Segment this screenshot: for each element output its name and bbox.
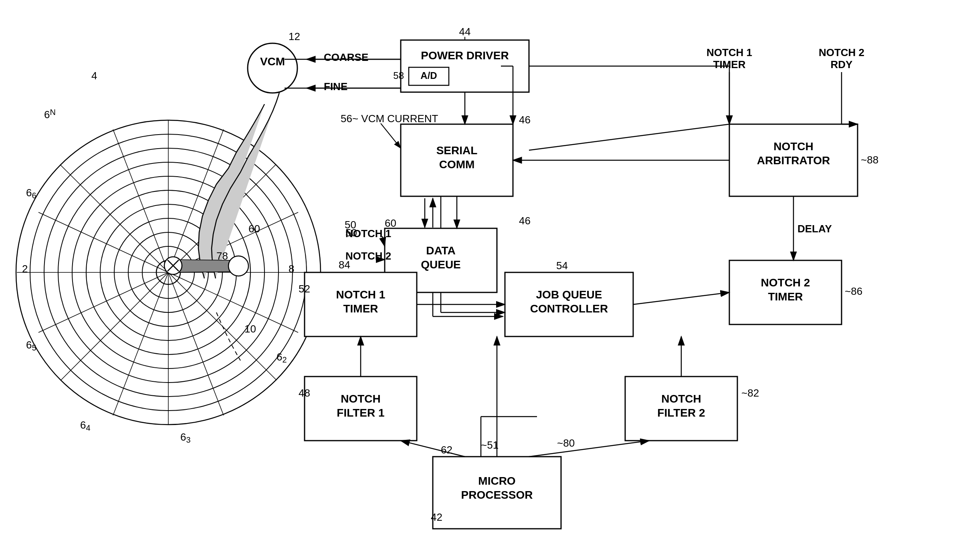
ref-58: 58 [393, 70, 404, 81]
ref-78: 78 [216, 250, 228, 262]
svg-line-44 [633, 292, 729, 304]
ref-12: 12 [289, 30, 300, 42]
ref-4: 4 [91, 70, 97, 82]
ref-54: 54 [556, 260, 568, 272]
ref-51: ~51 [481, 439, 499, 451]
ref-48: 48 [299, 387, 310, 399]
ref-8: 8 [289, 263, 294, 275]
ref-44: 44 [459, 26, 471, 38]
ref-65: 65 [26, 339, 36, 352]
ref-66: 66 [26, 187, 36, 200]
vcm-label: VCM [260, 55, 285, 68]
data-queue-label-1: DATA [426, 244, 456, 257]
ref-62-right: 62 [277, 351, 287, 364]
ref-80: ~80 [557, 437, 575, 449]
data-queue-label-2: QUEUE [421, 258, 461, 271]
vcm-arm: VCM 60 78 [164, 43, 297, 278]
delay-label: DELAY [797, 223, 832, 235]
svg-line-53 [529, 441, 649, 457]
notch2-timer-label-1: NOTCH 2 [761, 276, 810, 289]
serial-comm-label-1: SERIAL [436, 144, 478, 157]
notch1-timer-top-label-1: NOTCH 1 [707, 46, 752, 58]
ref-88: ~88 [861, 154, 878, 166]
power-driver-label-1: POWER DRIVER [421, 49, 509, 62]
notch1-timer-label-2: TIMER [343, 302, 378, 315]
notch2-rdy-label-2: RDY [831, 58, 853, 71]
svg-line-59 [529, 124, 729, 150]
svg-point-19 [248, 43, 297, 93]
ref-46-2: 46 [519, 215, 531, 227]
svg-line-50 [401, 441, 465, 457]
ref-2: 2 [22, 263, 28, 275]
ref-86: ~86 [845, 285, 862, 297]
ref-60-arm: 60 [248, 223, 260, 235]
ref-50-label: 50 [345, 227, 357, 239]
notch-filter2-label-2: FILTER 2 [657, 407, 705, 419]
jqc-label-2: CONTROLLER [530, 302, 608, 315]
notch2-rdy-label-1: NOTCH 2 [819, 46, 864, 58]
svg-line-29 [381, 123, 401, 148]
ref-64: 64 [80, 419, 91, 432]
ref-42: 42 [431, 511, 442, 523]
notch-filter1-label-2: FILTER 1 [337, 407, 384, 419]
ref-6n: 6N [44, 108, 56, 121]
diagram-container: VCM 60 78 4 6N 2 66 65 64 63 62 8 10 [0, 0, 973, 560]
ref-63: 63 [180, 431, 191, 444]
serial-comm-label-2: COMM [439, 158, 475, 171]
ref-84: 84 [339, 259, 350, 271]
coarse-label: COARSE [324, 51, 368, 63]
ad-label: A/D [420, 70, 437, 81]
notch-arb-label-2: ARBITRATOR [757, 154, 830, 167]
jqc-label-1: JOB QUEUE [536, 288, 602, 301]
notch-filter2-label-1: NOTCH [661, 393, 701, 405]
ref-62: 62 [441, 444, 452, 456]
ref-82: ~82 [741, 387, 759, 399]
notch1-timer-label-1: NOTCH 1 [336, 288, 386, 301]
microprocessor-label-1: MICRO [478, 475, 515, 487]
microprocessor-label-2: PROCESSOR [461, 489, 533, 501]
notch-filter1-label-1: NOTCH [341, 393, 381, 405]
ref-46: 46 [519, 114, 531, 126]
notch-arb-label-1: NOTCH [773, 140, 814, 153]
ref-10: 10 [244, 323, 256, 335]
svg-point-20 [228, 256, 248, 276]
notch2-timer-label-2: TIMER [768, 290, 803, 303]
vcm-current-label: 56~ VCM CURRENT [341, 113, 438, 125]
ref-52: 52 [299, 283, 310, 295]
fine-label: FINE [324, 81, 347, 93]
notch2-input-label: NOTCH 2 [345, 250, 391, 262]
